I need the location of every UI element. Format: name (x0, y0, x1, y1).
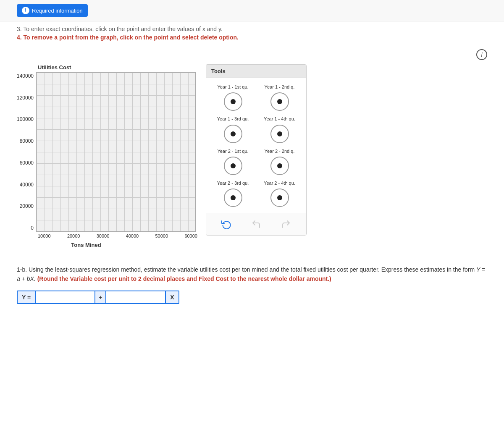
x-tick-60000: 60000 (184, 233, 197, 238)
tool-dot-year1-q4 (277, 131, 282, 136)
tool-item-year1-q2[interactable]: Year 1 - 2nd q. (256, 81, 303, 113)
reset-button[interactable] (220, 217, 233, 231)
tool-circle-year1-q1[interactable] (224, 92, 242, 111)
info-row: i (17, 45, 487, 62)
chart-section: Utilities Cost 140000 120000 100000 8000… (17, 64, 487, 248)
regression-instruction: (Round the Variable cost per unit to 2 d… (37, 275, 331, 282)
eq-plus-label: + (94, 291, 106, 303)
tool-circle-year1-q3[interactable] (224, 125, 242, 143)
x-tick-50000: 50000 (155, 233, 168, 238)
page-container: ! Required information 3. To enter exact… (0, 0, 504, 321)
tool-item-year1-q4[interactable]: Year 1 - 4th qu. (256, 113, 303, 145)
equation-row: Y = + X (17, 291, 179, 304)
exclamation-icon: ! (22, 7, 29, 14)
tool-label-year1-q3: Year 1 - 3rd qu. (217, 116, 249, 122)
top-bar: ! Required information (0, 0, 504, 21)
tool-dot-year1-q2 (277, 99, 282, 104)
tools-header: Tools (206, 65, 306, 78)
lower-section: 1-b. Using the least-squares regression … (17, 261, 487, 304)
tool-circle-year2-q1[interactable] (224, 157, 242, 175)
required-label: Required information (32, 8, 83, 14)
y-tick-60000: 60000 (20, 160, 34, 166)
y-tick-140000: 140000 (17, 73, 34, 79)
tool-label-year1-q4: Year 1 - 4th qu. (264, 116, 295, 122)
tool-item-year2-q3[interactable]: Year 2 - 3rd qu. (210, 178, 256, 209)
tool-label-year2-q4: Year 2 - 4th qu. (264, 180, 295, 186)
tool-dot-year1-q1 (231, 99, 236, 104)
undo-button[interactable] (249, 217, 263, 231)
tool-dot-year2-q1 (231, 163, 236, 168)
tools-panel: Tools Year 1 - 1st qu. Year 1 - 2nd q. (206, 64, 307, 236)
graph-and-yaxis: 140000 120000 100000 80000 60000 40000 2… (17, 72, 196, 232)
tool-label-year2-q3: Year 2 - 3rd qu. (217, 180, 249, 186)
tool-dot-year2-q2 (277, 163, 282, 168)
y-axis: 140000 120000 100000 80000 60000 40000 2… (17, 72, 36, 232)
x-tick-40000: 40000 (126, 233, 139, 238)
y-tick-80000: 80000 (20, 138, 34, 144)
graph-wrapper: Utilities Cost 140000 120000 100000 8000… (17, 64, 197, 248)
tool-label-year1-q2: Year 1 - 2nd q. (265, 84, 295, 90)
tool-item-year1-q3[interactable]: Year 1 - 3rd qu. (210, 113, 256, 145)
eq-x-label: X (165, 291, 178, 303)
eq-input-a[interactable] (36, 291, 94, 303)
tool-item-year2-q1[interactable]: Year 2 - 1st qu. (210, 146, 256, 178)
regression-description: 1-b. Using the least-squares regression … (17, 265, 487, 284)
x-tick-30000: 30000 (97, 233, 110, 238)
tool-item-year2-q4[interactable]: Year 2 - 4th qu. (256, 178, 303, 209)
tool-item-year1-q1[interactable]: Year 1 - 1st qu. (210, 81, 256, 113)
required-badge: ! Required information (17, 4, 88, 17)
tools-footer (206, 213, 306, 235)
eq-y-label: Y = (18, 291, 36, 303)
y-tick-20000: 20000 (20, 203, 34, 209)
tool-circle-year2-q4[interactable] (270, 189, 289, 207)
tool-circle-year1-q4[interactable] (270, 125, 289, 143)
y-tick-100000: 100000 (17, 116, 34, 122)
chart-title: Utilities Cost (38, 64, 71, 71)
instruction-line-3: 3. To enter exact coordinates, click on … (17, 26, 487, 32)
tool-circle-year1-q2[interactable] (270, 92, 289, 111)
tool-dot-year2-q4 (277, 195, 282, 200)
tool-label-year2-q1: Year 2 - 1st qu. (217, 148, 248, 154)
y-tick-0: 0 (31, 225, 34, 231)
tool-circle-year2-q3[interactable] (224, 189, 242, 207)
instruction-line-4: 4. To remove a point from the graph, cli… (17, 34, 487, 41)
tool-dot-year2-q3 (231, 195, 236, 200)
y-tick-40000: 40000 (20, 182, 34, 188)
redo-button[interactable] (279, 217, 293, 231)
instructions: 3. To enter exact coordinates, click on … (17, 21, 487, 45)
tools-grid: Year 1 - 1st qu. Year 1 - 2nd q. Year 1 … (206, 78, 306, 213)
eq-input-b[interactable] (106, 291, 165, 303)
tool-dot-year1-q3 (231, 131, 236, 136)
x-tick-20000: 20000 (67, 233, 80, 238)
x-axis-label: Tons Mined (0, 242, 176, 248)
graph-area[interactable] (36, 72, 196, 232)
y-tick-120000: 120000 (17, 95, 34, 101)
tool-circle-year2-q2[interactable] (270, 157, 289, 175)
regression-text-1: 1-b. Using the least-squares regression … (17, 266, 476, 273)
x-tick-10000: 10000 (38, 233, 51, 238)
tool-item-year2-q2[interactable]: Year 2 - 2nd q. (256, 146, 303, 178)
tool-label-year1-q1: Year 1 - 1st qu. (217, 84, 248, 90)
tool-label-year2-q2: Year 2 - 2nd q. (265, 148, 295, 154)
info-icon[interactable]: i (476, 49, 487, 60)
